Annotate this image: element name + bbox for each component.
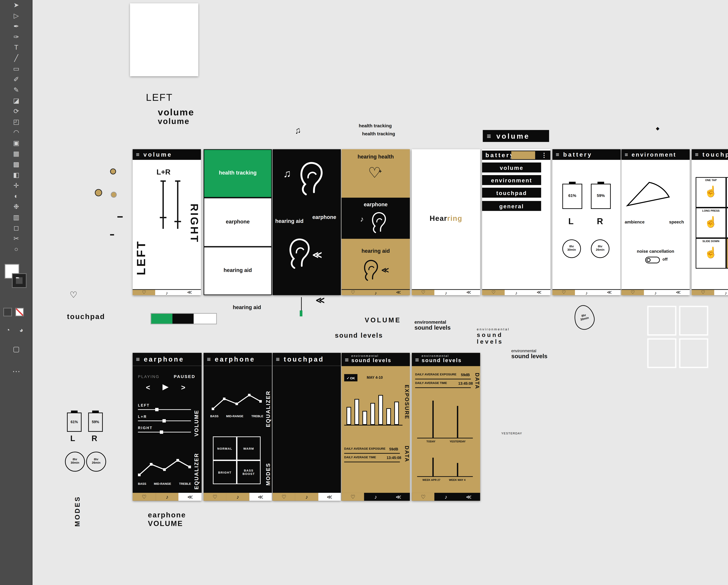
artboard-hearing-health[interactable]: hearing health ♡ + earphone ♪ hearing ai… bbox=[342, 149, 410, 295]
stat-divider bbox=[415, 379, 471, 379]
artboard-volume[interactable]: ≡ volume L+R LEFT RIGHT ♡ ♪ ≪ bbox=[133, 149, 201, 295]
ramp-black bbox=[173, 314, 193, 324]
more-tools-button[interactable]: ⋯ bbox=[0, 366, 32, 377]
music-icon: ♪ bbox=[295, 493, 318, 501]
perspective-grid-tool[interactable]: ▦ bbox=[0, 149, 32, 159]
scale-tool[interactable]: ◰ bbox=[0, 117, 32, 127]
symbol-sprayer-tool[interactable]: ❉ bbox=[0, 202, 32, 212]
artboard-hearring[interactable]: Hearring ♡ ♪ ≪ bbox=[412, 149, 480, 295]
blank-artboard[interactable] bbox=[130, 3, 198, 76]
equalizer-label: EQUALIZER bbox=[194, 451, 200, 489]
artboard-touchpad-black[interactable]: ≡ touchpad ♡ ♪ ≪ bbox=[272, 353, 341, 501]
time-circle-left: 8hr 30min bbox=[65, 452, 85, 472]
artboard-exposure[interactable]: ≡ environmental sound levels ✓OK MAY 4-1… bbox=[342, 353, 410, 501]
canvas-label-modes: MODES bbox=[74, 493, 81, 527]
stroke-swatch[interactable] bbox=[13, 274, 26, 287]
time-circle: 8hr 26min bbox=[591, 239, 609, 258]
gradient-tool[interactable]: ◧ bbox=[0, 170, 32, 180]
color-chip[interactable] bbox=[3, 308, 12, 316]
screen-title: sound levels bbox=[351, 358, 391, 364]
pen-tool[interactable]: ✒ bbox=[0, 21, 32, 32]
paintbrush-tool[interactable]: ✐ bbox=[0, 74, 32, 85]
ear-icon: ≪ bbox=[179, 493, 202, 501]
battery-sketch-left: 61% bbox=[67, 412, 81, 432]
screen-title: earphone bbox=[144, 356, 184, 363]
canvas-label-env2a: e n v i r o n m e n t a l bbox=[477, 328, 509, 331]
document-canvas[interactable]: LEFT volume volume ♫ health tracking hea… bbox=[33, 0, 728, 585]
selection-tool[interactable]: ➤ bbox=[0, 0, 32, 10]
blend-tool[interactable]: ◐ bbox=[0, 191, 32, 202]
rectangle-tool[interactable]: ▭ bbox=[0, 63, 32, 74]
draw-behind-icon[interactable]: ◕ bbox=[13, 325, 29, 336]
ramp-green bbox=[151, 314, 173, 324]
battery-pct: 61% bbox=[68, 420, 81, 424]
waves-icon: ≪ bbox=[312, 250, 322, 260]
canvas-label-env1a: environmental bbox=[415, 320, 446, 325]
bar-yesterday bbox=[457, 406, 458, 438]
width-tool[interactable]: ◠ bbox=[0, 127, 32, 138]
zoom-tool[interactable]: ○ bbox=[0, 244, 32, 255]
artboard-earphone-player[interactable]: ≡ earphone PLAYING PAUSED < ▶ > LEFT L+R… bbox=[133, 353, 202, 501]
r-label: R bbox=[597, 217, 603, 226]
ear-icon: ≪ bbox=[249, 493, 272, 501]
shape-builder-tool[interactable]: ▣ bbox=[0, 138, 32, 149]
line-segment-tool[interactable]: ╱ bbox=[0, 53, 32, 63]
none-chip[interactable] bbox=[15, 308, 24, 316]
music-icon: ♪ bbox=[714, 290, 728, 295]
screen-mode-icon[interactable]: ▢ bbox=[0, 344, 32, 354]
artboard-touchpad-gestures[interactable]: ≡ touchpad ONE TAP ☝ DOUBLE TAP ☝ LONG P… bbox=[692, 149, 728, 295]
rotate-tool[interactable]: ⟳ bbox=[0, 106, 32, 117]
curvature-tool[interactable]: ✑ bbox=[0, 32, 32, 43]
modes-grid: NORMAL WARM BRIGHT BASS BOOST bbox=[213, 436, 261, 484]
gold-dot bbox=[95, 189, 102, 196]
gesture-grid: ONE TAP ☝ DOUBLE TAP ☝ LONG PRESS ☝ SLID… bbox=[696, 177, 728, 269]
left-label: LEFT bbox=[135, 215, 148, 275]
artboard-menu-hearing[interactable]: health tracking earphone hearing aid bbox=[204, 149, 272, 295]
direct-selection-tool[interactable]: ▷ bbox=[0, 10, 32, 21]
illustrator-window: ➤ ▷ ✒ ✑ T ╱ ▭ ✐ ✎ ◪ ⟳ ◰ ◠ ▣ ▦ ▩ ◧ ✛ ◐ ❉ … bbox=[0, 0, 728, 585]
artboard-tool[interactable]: ◻ bbox=[0, 223, 32, 233]
menu-item: environment bbox=[482, 175, 541, 185]
plus-icon: + bbox=[379, 169, 382, 175]
mode-normal: NORMAL bbox=[213, 436, 237, 460]
music-note-icon: ♫ bbox=[293, 125, 302, 136]
eraser-tool[interactable]: ◪ bbox=[0, 96, 32, 106]
menu-item: volume bbox=[482, 162, 541, 173]
pencil-tool[interactable]: ✎ bbox=[0, 85, 32, 96]
section-earphone: earphone ♪ bbox=[342, 198, 410, 239]
eyedropper-tool[interactable]: ✛ bbox=[0, 180, 32, 191]
stat-label: DAILY AVERAGE TIME bbox=[344, 456, 376, 460]
screen-title: sound levels bbox=[422, 358, 462, 364]
stat-value: 59dB bbox=[461, 373, 470, 377]
artboard-battery[interactable]: ≡ battery 61% 59% L R 8hr 30min 8hr 26mi… bbox=[552, 149, 621, 295]
grid-squares bbox=[647, 306, 709, 370]
artboard-battery-menu[interactable]: battery ⋮ volume environment touchpad ge… bbox=[482, 149, 550, 295]
menu-item-earphone: earphone bbox=[204, 198, 272, 247]
artboard-sound-data[interactable]: ≡ environmental sound levels DAILY AVERA… bbox=[412, 353, 480, 501]
artboard-ears[interactable]: ♫ hearing aid earphone ≪ bbox=[272, 149, 341, 295]
label-earphone: earphone bbox=[312, 215, 336, 221]
exposure-chart bbox=[344, 385, 402, 427]
canvas-label-hearing-aid: hearing aid bbox=[233, 305, 261, 311]
type-tool[interactable]: T bbox=[0, 43, 32, 53]
slice-tool[interactable]: ✂ bbox=[0, 233, 32, 244]
ear-icon bbox=[286, 237, 312, 271]
music-icon: ♪ bbox=[156, 493, 179, 501]
slider-cap bbox=[160, 180, 166, 181]
time-circle: 8hr 30min bbox=[562, 239, 581, 258]
stat-value: 13:45:08 bbox=[387, 456, 401, 460]
mode-bright: BRIGHT bbox=[213, 460, 237, 484]
screen-title: touchpad bbox=[703, 151, 728, 158]
lr-label: L+R bbox=[157, 168, 171, 176]
artboard-earphone-modes[interactable]: ≡ earphone BASS MID-RANGE TREBLE EQUALIZ… bbox=[204, 353, 272, 501]
eq-band-label: TREBLE bbox=[179, 483, 191, 486]
artboard-environment[interactable]: ≡ environment ambience speech noise canc… bbox=[621, 149, 690, 295]
canvas-label-env1b: sound levels bbox=[415, 325, 451, 332]
gesture-long-press: LONG PRESS ☝ bbox=[696, 208, 726, 238]
mesh-tool[interactable]: ▩ bbox=[0, 159, 32, 170]
canvas-label-volume-caps: VOLUME bbox=[365, 316, 401, 324]
gold-dot bbox=[111, 192, 117, 198]
stat-label: DAILY AVERAGE TIME bbox=[415, 382, 447, 385]
column-graph-tool[interactable]: ▥ bbox=[0, 212, 32, 223]
mode-bass-boost: BASS BOOST bbox=[237, 460, 261, 484]
